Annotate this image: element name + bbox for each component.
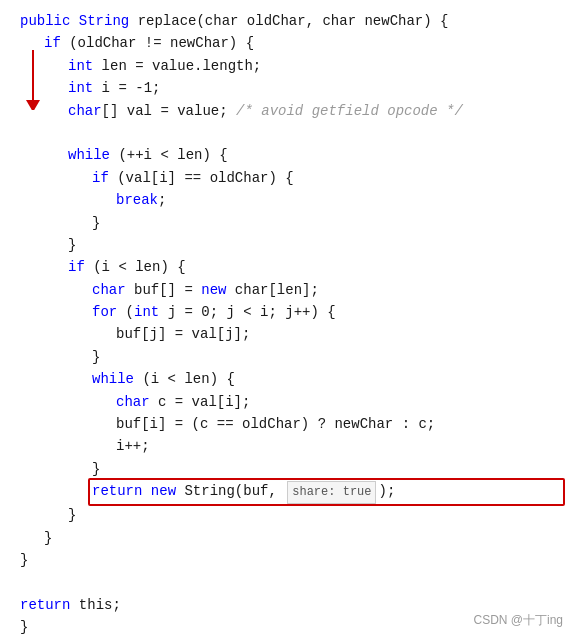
watermark: CSDN @十丁ing — [473, 612, 563, 629]
code-line-20: i++; — [0, 435, 575, 457]
code-line-25: } — [0, 549, 575, 571]
code-container: public String replace(char oldChar, char… — [0, 0, 575, 637]
code-line-23: } — [0, 504, 575, 526]
code-line-26 — [0, 572, 575, 594]
code-line-3: int len = value.length; — [0, 55, 575, 77]
code-line-5: char[] val = value; /* avoid getfield op… — [0, 100, 575, 122]
code-line-6 — [0, 122, 575, 144]
code-line-14: for (int j = 0; j < i; j++) { — [0, 301, 575, 323]
share-tooltip: share: true — [287, 481, 376, 504]
code-line-18: char c = val[i]; — [0, 391, 575, 413]
code-line-16: } — [0, 346, 575, 368]
fn-replace: replace(char oldChar, char newChar) { — [138, 10, 449, 32]
code-line-19: buf[i] = (c == oldChar) ? newChar : c; — [0, 413, 575, 435]
code-line-11: } — [0, 234, 575, 256]
code-line-1: public String replace(char oldChar, char… — [0, 10, 575, 32]
code-line-2: if (oldChar != newChar) { — [0, 32, 575, 54]
code-line-4: int i = -1; — [0, 77, 575, 99]
code-line-17: while (i < len) { — [0, 368, 575, 390]
type-string: String — [79, 10, 138, 32]
arrow-indicator — [18, 50, 48, 117]
code-line-8: if (val[i] == oldChar) { — [0, 167, 575, 189]
code-line-9: break; — [0, 189, 575, 211]
svg-marker-1 — [26, 100, 40, 110]
code-line-22: return new String(buf, share: true); — [0, 480, 575, 504]
keyword-public: public — [20, 10, 79, 32]
code-line-7: while (++i < len) { — [0, 144, 575, 166]
code-line-21: } — [0, 458, 575, 480]
code-line-10: } — [0, 212, 575, 234]
code-line-15: buf[j] = val[j]; — [0, 323, 575, 345]
code-line-13: char buf[] = new char[len]; — [0, 279, 575, 301]
code-line-24: } — [0, 527, 575, 549]
code-line-12: if (i < len) { — [0, 256, 575, 278]
